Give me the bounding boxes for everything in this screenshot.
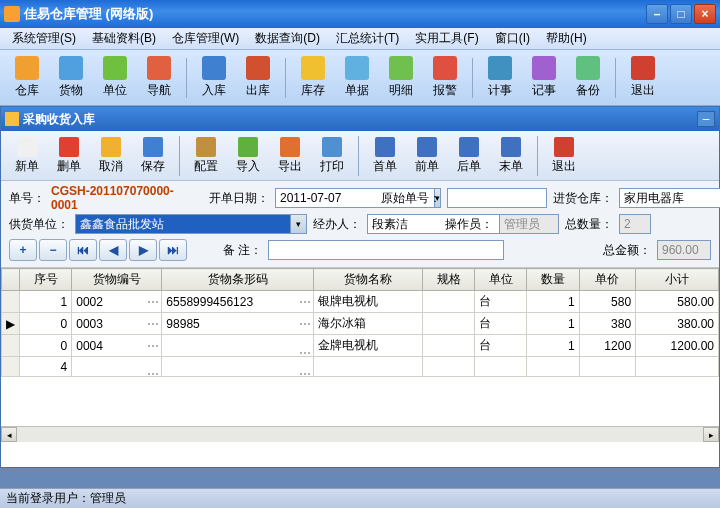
child-minimize-button[interactable]: – <box>697 111 715 127</box>
toolbar-button[interactable]: 计事 <box>479 54 521 102</box>
cell[interactable]: 4 <box>20 357 72 377</box>
child-toolbar-button[interactable]: 导出 <box>270 134 310 178</box>
in-wh-combo[interactable] <box>619 188 711 208</box>
add-row-button[interactable]: + <box>9 239 37 261</box>
cell[interactable]: 6558999456123 <box>162 291 313 313</box>
next-row-button[interactable]: ▶ <box>129 239 157 261</box>
toolbar-button[interactable]: 导航 <box>138 54 180 102</box>
cell[interactable]: 0 <box>20 335 72 357</box>
child-toolbar-button[interactable]: 末单 <box>491 134 531 178</box>
cell[interactable]: 1200 <box>579 335 635 357</box>
cell[interactable]: 1 <box>20 291 72 313</box>
cell[interactable]: 海尔冰箱 <box>313 313 422 335</box>
cell[interactable] <box>313 357 422 377</box>
column-header[interactable]: 单位 <box>475 269 527 291</box>
prev-row-button[interactable]: ◀ <box>99 239 127 261</box>
child-toolbar-button[interactable]: 取消 <box>91 134 131 178</box>
toolbar-button[interactable]: 报警 <box>424 54 466 102</box>
toolbar-button[interactable]: 入库 <box>193 54 235 102</box>
table-row[interactable]: 00004金牌电视机台112001200.00 <box>2 335 719 357</box>
toolbar-button[interactable]: 备份 <box>567 54 609 102</box>
cell[interactable]: 台 <box>475 291 527 313</box>
horizontal-scrollbar[interactable]: ◂ ▸ <box>1 426 719 442</box>
menu-item[interactable]: 基础资料(B) <box>84 28 164 49</box>
cell[interactable] <box>579 357 635 377</box>
table-row[interactable]: 100026558999456123银牌电视机台1580580.00 <box>2 291 719 313</box>
child-toolbar-button[interactable]: 首单 <box>365 134 405 178</box>
cell[interactable] <box>475 357 527 377</box>
cell[interactable]: 380 <box>579 313 635 335</box>
orig-no-input[interactable] <box>447 188 547 208</box>
child-toolbar-button[interactable]: 新单 <box>7 134 47 178</box>
child-toolbar-button[interactable]: 后单 <box>449 134 489 178</box>
cell[interactable]: 0003 <box>72 313 162 335</box>
child-toolbar-button[interactable]: 导入 <box>228 134 268 178</box>
cell[interactable] <box>422 357 474 377</box>
scroll-left-button[interactable]: ◂ <box>1 427 17 442</box>
menu-item[interactable]: 仓库管理(W) <box>164 28 247 49</box>
cell[interactable] <box>422 291 474 313</box>
cell[interactable]: 580.00 <box>636 291 719 313</box>
cell[interactable] <box>162 357 313 377</box>
close-button[interactable]: × <box>694 4 716 24</box>
cell[interactable] <box>422 313 474 335</box>
scroll-track[interactable] <box>17 427 703 442</box>
handler-combo[interactable]: ▾ <box>367 214 439 234</box>
column-header[interactable]: 单价 <box>579 269 635 291</box>
supplier-combo[interactable]: ▾ <box>75 214 307 234</box>
cell[interactable] <box>636 357 719 377</box>
menu-item[interactable]: 汇总统计(T) <box>328 28 407 49</box>
cell[interactable]: 0004 <box>72 335 162 357</box>
child-toolbar-button[interactable]: 退出 <box>544 134 584 178</box>
cell[interactable]: 0002 <box>72 291 162 313</box>
table-row[interactable]: ▶0000398985海尔冰箱台1380380.00 <box>2 313 719 335</box>
cell[interactable]: 台 <box>475 313 527 335</box>
cell[interactable] <box>72 357 162 377</box>
cell[interactable]: 1 <box>527 313 579 335</box>
grid[interactable]: 序号货物编号货物条形码货物名称规格单位数量单价小计100026558999456… <box>1 268 719 426</box>
first-row-button[interactable]: ⏮ <box>69 239 97 261</box>
column-header[interactable]: 货物编号 <box>72 269 162 291</box>
toolbar-button[interactable]: 单位 <box>94 54 136 102</box>
menu-item[interactable]: 数据查询(D) <box>247 28 328 49</box>
toolbar-button[interactable]: 货物 <box>50 54 92 102</box>
cell[interactable]: 金牌电视机 <box>313 335 422 357</box>
cell[interactable]: 0 <box>20 313 72 335</box>
menu-item[interactable]: 实用工具(F) <box>407 28 486 49</box>
column-header[interactable]: 规格 <box>422 269 474 291</box>
cell[interactable]: 1200.00 <box>636 335 719 357</box>
cell[interactable]: 台 <box>475 335 527 357</box>
column-header[interactable]: 数量 <box>527 269 579 291</box>
column-header[interactable]: 序号 <box>20 269 72 291</box>
menu-item[interactable]: 系统管理(S) <box>4 28 84 49</box>
cell[interactable]: 1 <box>527 291 579 313</box>
maximize-button[interactable]: □ <box>670 4 692 24</box>
toolbar-button[interactable]: 单据 <box>336 54 378 102</box>
remove-row-button[interactable]: − <box>39 239 67 261</box>
toolbar-button[interactable]: 退出 <box>622 54 664 102</box>
cell[interactable]: 380.00 <box>636 313 719 335</box>
table-row[interactable]: 4 <box>2 357 719 377</box>
cell[interactable] <box>527 357 579 377</box>
child-toolbar-button[interactable]: 删单 <box>49 134 89 178</box>
cell[interactable]: 银牌电视机 <box>313 291 422 313</box>
toolbar-button[interactable]: 出库 <box>237 54 279 102</box>
supplier-input[interactable] <box>75 214 291 234</box>
remark-input[interactable] <box>268 240 504 260</box>
child-toolbar-button[interactable]: 前单 <box>407 134 447 178</box>
column-header[interactable]: 小计 <box>636 269 719 291</box>
in-wh-input[interactable] <box>619 188 720 208</box>
toolbar-button[interactable]: 仓库 <box>6 54 48 102</box>
toolbar-button[interactable]: 库存 <box>292 54 334 102</box>
child-toolbar-button[interactable]: 打印 <box>312 134 352 178</box>
child-toolbar-button[interactable]: 保存 <box>133 134 173 178</box>
child-toolbar-button[interactable]: 配置 <box>186 134 226 178</box>
cell[interactable]: 580 <box>579 291 635 313</box>
column-header[interactable]: 货物名称 <box>313 269 422 291</box>
scroll-right-button[interactable]: ▸ <box>703 427 719 442</box>
toolbar-button[interactable]: 记事 <box>523 54 565 102</box>
column-header[interactable]: 货物条形码 <box>162 269 313 291</box>
toolbar-button[interactable]: 明细 <box>380 54 422 102</box>
last-row-button[interactable]: ⏭ <box>159 239 187 261</box>
chevron-down-icon[interactable]: ▾ <box>291 214 307 234</box>
